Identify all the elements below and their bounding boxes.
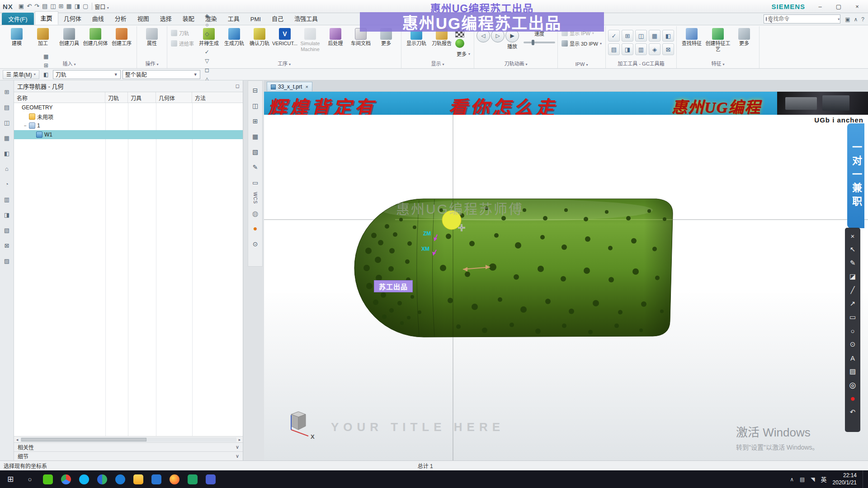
panel-collapse-button[interactable]: ◻ <box>236 83 240 89</box>
tab-close-icon[interactable]: × <box>305 84 308 89</box>
ipw-button[interactable]: 显示 3D IPW ▾ <box>560 39 603 48</box>
video-thumbnail[interactable] <box>777 92 868 115</box>
gc-tool-button[interactable]: ▦ <box>649 30 660 42</box>
green-capsule-model[interactable] <box>354 199 673 337</box>
quick-access-button[interactable]: ◨ <box>73 3 81 9</box>
ribbon-tab[interactable]: 分析 <box>109 12 132 25</box>
column-header[interactable]: 几何体 <box>156 92 192 103</box>
part-tab[interactable]: 33_x_t.prt × <box>267 82 312 91</box>
ribbon-button[interactable]: 确认刀轨 <box>247 26 272 52</box>
cam-tool-button[interactable]: ● <box>248 221 263 236</box>
cam-tool-button[interactable]: ⊙ <box>248 236 263 252</box>
table-row[interactable]: − 1 <box>14 121 243 130</box>
gc-tool-button[interactable]: ▥ <box>635 43 647 55</box>
ribbon-button[interactable]: 生成刀轨 <box>222 26 247 52</box>
assembly-scope-dropdown[interactable]: 整个装配▼ <box>123 70 200 79</box>
system-tray-icon[interactable]: ▤ <box>800 476 805 483</box>
resource-bar-icon[interactable]: ◔ <box>0 176 14 192</box>
toolbar-icon-button[interactable]: ✓ <box>202 47 212 56</box>
quick-access-button[interactable]: ▦ <box>65 3 73 9</box>
ribbon-group-label[interactable]: 刀轨动画 ▾ <box>476 59 555 68</box>
taskbar-app-button[interactable] <box>184 470 202 488</box>
coordinate-triad[interactable]: X <box>291 412 315 440</box>
ribbon-small-button[interactable]: 刀轨 <box>170 28 195 38</box>
taskbar-app-button[interactable] <box>165 470 184 488</box>
cam-tool-button[interactable]: ◍ <box>248 206 263 221</box>
toolbar-icon-button[interactable]: ⊞ <box>41 61 51 70</box>
navigator-section-header[interactable]: 细节∨ <box>14 451 243 460</box>
tree-expander[interactable]: − <box>24 123 29 128</box>
ribbon-utility-button[interactable]: ? <box>859 16 866 23</box>
cam-tool-button[interactable]: ⊞ <box>248 113 263 129</box>
toolbar-icon-button[interactable]: ◈ <box>202 11 212 20</box>
taskbar-app-button[interactable] <box>93 470 111 488</box>
annotation-tool-icon[interactable]: ⊙ <box>847 338 859 351</box>
maximize-button[interactable]: ▢ <box>830 0 847 13</box>
annotation-tool-icon[interactable]: ↗ <box>847 297 859 310</box>
taskbar-app-button[interactable] <box>57 470 75 488</box>
command-search[interactable]: ▾ <box>764 14 840 23</box>
gc-tool-button[interactable]: ◧ <box>662 30 674 42</box>
ribbon-group-label[interactable]: 操作 ▾ <box>139 59 165 68</box>
ribbon-utility-button[interactable]: ▣ <box>843 16 852 23</box>
column-header[interactable]: 刀具 <box>128 92 156 103</box>
cam-tool-button[interactable]: ▧ <box>248 144 263 160</box>
annotation-tool-icon[interactable]: ● <box>847 392 859 405</box>
gc-tool-button[interactable]: ⊞ <box>622 30 633 42</box>
chevron-down-icon[interactable]: ▾ <box>838 17 840 21</box>
ribbon-group-label[interactable]: 加工工具 - GC工具箱 <box>608 59 674 68</box>
quick-access-button[interactable]: ▣ <box>17 3 25 9</box>
ribbon-group-label[interactable]: 特征 ▾ <box>679 59 757 68</box>
ribbon-button[interactable]: 创建工序 <box>109 26 134 47</box>
toolbar-icon-button[interactable]: ▦ <box>41 52 51 61</box>
tab-file[interactable]: 文件(F) <box>2 13 34 25</box>
annotation-tool-icon[interactable]: A <box>847 352 859 364</box>
annotation-tool-icon[interactable]: ╱ <box>847 284 859 296</box>
annotation-tool-icon[interactable]: ▭ <box>847 311 859 324</box>
clock[interactable]: 22:14 2020/1/21 <box>833 472 857 486</box>
navigator-section-header[interactable]: 相关性∨ <box>14 442 243 451</box>
taskbar-app-button[interactable] <box>39 470 57 488</box>
toolbar-icon-button[interactable]: ◧ <box>41 70 51 79</box>
resource-bar-icon[interactable]: ◨ <box>0 207 14 222</box>
cam-tool-button[interactable]: ▦ <box>248 129 263 144</box>
ribbon-button[interactable]: 创建几何体 <box>83 26 108 47</box>
table-row[interactable]: GEOMETRY <box>14 103 243 112</box>
gc-tool-button[interactable]: ◨ <box>622 43 633 55</box>
ribbon-group-label[interactable]: IPW ▾ <box>560 61 603 68</box>
ribbon-tab[interactable]: 选择 <box>155 12 177 25</box>
cam-tool-button[interactable]: ⊟ <box>248 83 263 98</box>
ribbon-tab[interactable]: 工具 <box>222 12 245 25</box>
ribbon-tab[interactable]: 自己 <box>266 12 289 25</box>
annotation-tool-icon[interactable]: ✎ <box>847 257 859 269</box>
system-tray-icon[interactable]: ◥ <box>811 476 815 483</box>
quick-access-button[interactable]: ↶ <box>25 3 33 9</box>
column-header[interactable]: 刀轨 <box>105 92 128 103</box>
annotation-tool-icon[interactable]: × <box>847 230 859 242</box>
cam-tool-button[interactable]: ✎ <box>248 160 263 175</box>
display-more-button[interactable]: 更多 ▾ <box>455 49 472 58</box>
system-tray-icon[interactable]: ∧ <box>790 476 794 483</box>
ribbon-button[interactable]: 属性 <box>139 26 165 47</box>
gc-tool-button[interactable]: ⊠ <box>662 43 674 55</box>
cam-tool-button[interactable]: ▭ <box>248 175 263 190</box>
gc-tool-button[interactable]: ◫ <box>635 30 647 42</box>
ribbon-tab[interactable]: 视图 <box>132 12 155 25</box>
minimize-button[interactable]: – <box>812 0 828 13</box>
resource-bar-icon[interactable]: ▨ <box>0 253 14 268</box>
ribbon-utility-button[interactable]: ∧ <box>852 16 860 23</box>
close-button[interactable]: × <box>849 0 865 13</box>
ribbon-button[interactable]: 后处理 <box>323 26 348 52</box>
scroll-left-arrow[interactable]: ◂ <box>14 437 20 442</box>
resource-bar-icon[interactable]: ◫ <box>0 115 14 130</box>
taskbar-app-button[interactable] <box>75 470 93 488</box>
viewport-3d-scene[interactable]: ZM XM <box>264 92 868 460</box>
slider-thumb[interactable] <box>532 40 534 45</box>
quick-access-button[interactable]: ◫ <box>49 3 57 9</box>
taskbar-app-button[interactable] <box>202 470 220 488</box>
ribbon-small-button[interactable]: 进给率 <box>170 39 195 48</box>
resource-bar-icon[interactable]: ▧ <box>0 222 14 238</box>
table-row[interactable]: W1 <box>14 130 243 139</box>
ribbon-tab[interactable]: PMI <box>245 14 266 25</box>
annotation-tool-icon[interactable]: ◎ <box>847 379 859 391</box>
